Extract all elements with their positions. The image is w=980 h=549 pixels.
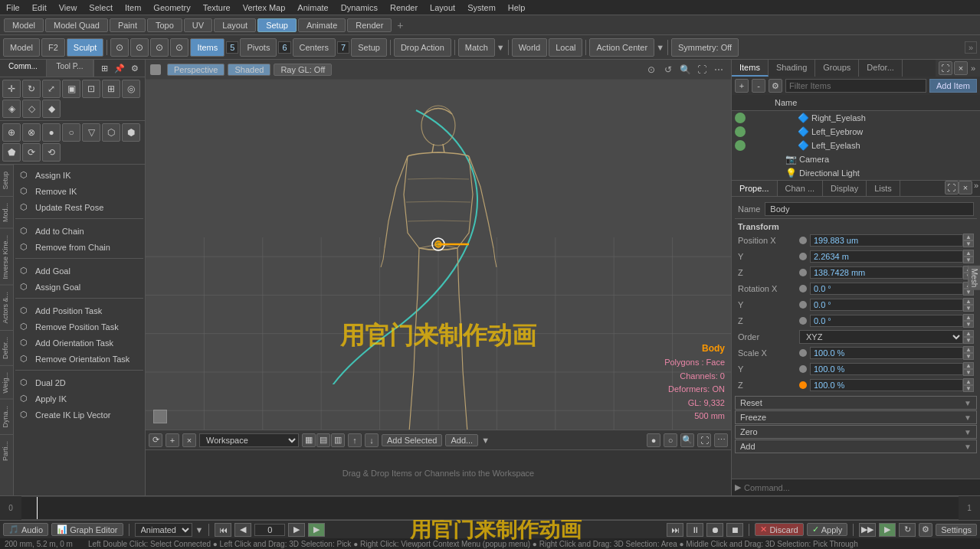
match-button[interactable]: Match	[458, 38, 495, 57]
scale-z-dot[interactable]	[799, 381, 807, 389]
tool-icon-5[interactable]: ⊡	[82, 80, 100, 98]
tool-create-ik-lip[interactable]: ⬡ Create IK Lip Vector	[15, 407, 143, 423]
viewport-fullscreen-icon[interactable]: ⛶	[694, 62, 710, 77]
audio-button[interactable]: 🎵 Audio	[3, 523, 48, 536]
model-button[interactable]: Model	[3, 38, 40, 57]
menu-animate[interactable]: Animate	[291, 2, 334, 14]
item-row-left-eyelash[interactable]: 🔷 Left_Eyelash	[732, 139, 980, 152]
props-expand-icon[interactable]: ⛶	[945, 181, 959, 194]
items-close-icon[interactable]: ×	[954, 61, 968, 75]
scale-y-up[interactable]: ▲	[963, 362, 974, 369]
transport-go-start[interactable]: ⏮	[215, 523, 231, 537]
viewport-more-icon[interactable]: ⋯	[711, 62, 726, 77]
ws-icon-3[interactable]: ×	[182, 433, 196, 447]
tool-add-goal[interactable]: ⬡ Add Goal	[15, 263, 143, 279]
rot-order-up[interactable]: ▲	[963, 330, 974, 337]
menu-help[interactable]: Help	[502, 2, 532, 14]
tool-icon-6[interactable]: ⊞	[102, 80, 120, 98]
scale-x-down[interactable]: ▼	[963, 353, 974, 360]
tool-icon-15[interactable]: ▽	[82, 123, 100, 142]
props-close-icon[interactable]: ×	[959, 181, 972, 194]
viewport-reset-icon[interactable]: ⊙	[644, 62, 659, 77]
side-label-actors[interactable]: Actors &...	[0, 285, 13, 330]
viewport-icon[interactable]	[150, 64, 161, 75]
animated-dropdown-arrow[interactable]: ▼	[195, 525, 204, 534]
add-button-props[interactable]: Add ▼	[735, 440, 977, 453]
scale-y-input[interactable]	[810, 363, 963, 375]
pos-y-input[interactable]	[810, 250, 963, 263]
add-selected-button[interactable]: Add Selected	[382, 434, 442, 446]
tool-icon-8[interactable]: ◈	[2, 100, 21, 118]
graph-editor-button[interactable]: 📊 Graph Editor	[51, 523, 123, 536]
transport-7[interactable]: ⏹	[726, 523, 743, 537]
rot-z-up[interactable]: ▲	[963, 314, 974, 321]
scale-z-up[interactable]: ▲	[963, 378, 974, 385]
setup-button[interactable]: Setup	[351, 38, 387, 57]
rot-y-up[interactable]: ▲	[963, 298, 974, 305]
menu-item[interactable]: Item	[119, 2, 147, 14]
rot-y-input[interactable]	[810, 299, 963, 311]
name-input[interactable]	[765, 202, 974, 216]
loop-btn[interactable]: ↻	[899, 523, 916, 537]
side-label-mod[interactable]: Mod...	[0, 196, 13, 228]
rot-z-down[interactable]: ▼	[963, 321, 974, 328]
item-eye-2[interactable]	[735, 126, 746, 137]
add-item-button[interactable]: Add Item	[929, 79, 977, 93]
tool-dual-2d[interactable]: ⬡ Dual 2D	[15, 375, 143, 391]
ws-icon-5[interactable]: ○	[664, 433, 677, 447]
scale-z-input[interactable]	[810, 379, 963, 391]
item-eye-1[interactable]	[735, 113, 746, 123]
tab-display[interactable]: Display	[823, 181, 867, 196]
transport-5[interactable]: ⏸	[687, 523, 703, 537]
items-arrow[interactable]: »	[969, 64, 977, 73]
tab-properties[interactable]: Prope...	[732, 181, 778, 196]
ws-zoom[interactable]: 🔍	[680, 433, 694, 447]
transport-next-frame[interactable]: ▶	[288, 523, 305, 537]
tool-icon-rotate[interactable]: ↻	[22, 80, 41, 98]
tool-icon-17[interactable]: ⬢	[122, 123, 140, 142]
timeline-track[interactable]	[21, 496, 959, 520]
tab-topo[interactable]: Topo	[147, 18, 182, 32]
tab-channels[interactable]: Chan ...	[778, 181, 824, 196]
tool-icon-7[interactable]: ◎	[122, 80, 140, 98]
tab-uv[interactable]: UV	[184, 18, 212, 32]
tab-model-quad[interactable]: Model Quad	[45, 18, 108, 32]
command-input[interactable]	[744, 483, 977, 492]
tab-commands[interactable]: Comm...	[0, 60, 47, 77]
apply-button[interactable]: ✓ Apply	[807, 523, 848, 536]
tab-items[interactable]: Items	[732, 60, 769, 77]
tool-icon-20[interactable]: ⟲	[42, 143, 61, 162]
tab-tool-properties[interactable]: Tool P...	[47, 60, 93, 77]
ik-icon-3[interactable]: ⊙	[150, 38, 169, 57]
freeze-button[interactable]: Freeze ▼	[735, 410, 977, 424]
tab-animate[interactable]: Animate	[298, 18, 346, 32]
item-eye-3[interactable]	[735, 140, 746, 151]
tool-assign-ik[interactable]: ⬡ Assign IK	[15, 168, 143, 183]
pos-y-dot[interactable]	[799, 253, 807, 260]
workspace-dropdown[interactable]: Workspace	[199, 433, 299, 447]
scale-x-up[interactable]: ▲	[963, 346, 974, 353]
pos-x-input[interactable]	[810, 234, 963, 247]
centers-button[interactable]: Centers	[293, 38, 336, 57]
side-label-dyna[interactable]: Dyna...	[0, 399, 13, 434]
rot-z-dot[interactable]	[799, 317, 807, 325]
tool-add-position-task[interactable]: ⬡ Add Position Task	[15, 303, 143, 319]
pos-x-up[interactable]: ▲	[963, 234, 974, 240]
ws-icon-2[interactable]: +	[166, 433, 179, 447]
ray-gl-button[interactable]: Ray GL: Off	[274, 64, 332, 76]
side-label-parti[interactable]: Parti...	[0, 434, 13, 467]
play-from-start[interactable]: ▶▶	[859, 523, 876, 537]
pos-z-input[interactable]	[810, 266, 963, 279]
tool-icon-9[interactable]: ◇	[22, 100, 41, 118]
ws-icon-4[interactable]: ●	[647, 433, 660, 447]
frame-number-input[interactable]	[254, 524, 285, 536]
ws-layout-2[interactable]: ▤	[316, 433, 330, 447]
ws-up-icon[interactable]: ↑	[348, 433, 362, 447]
ws-layout-1[interactable]: ▦	[302, 433, 316, 447]
filter-icon[interactable]: +	[735, 79, 749, 93]
viewport-lock-icon[interactable]: ↺	[660, 62, 676, 77]
tab-plus[interactable]: +	[392, 19, 408, 31]
menu-geometry[interactable]: Geometry	[147, 2, 196, 14]
toolbar-expand[interactable]: »	[965, 41, 977, 54]
tab-defor[interactable]: Defor...	[859, 60, 902, 77]
